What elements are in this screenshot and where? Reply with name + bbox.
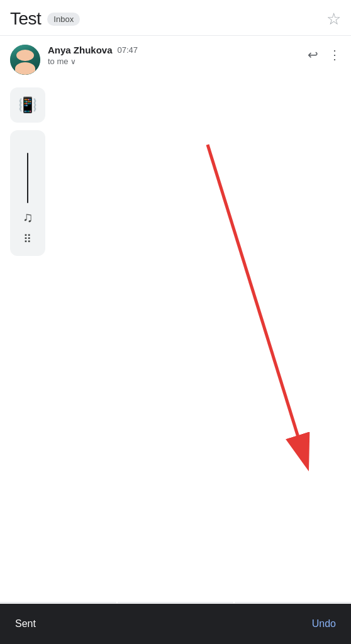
reply-icon[interactable]: ↩: [308, 47, 318, 62]
email-content: 📳 ♫ ⠿: [0, 82, 351, 261]
music-note-icon: ♫: [23, 209, 33, 226]
more-dots-icon: ⠿: [23, 232, 32, 246]
waveform-line: [27, 153, 28, 203]
vibrate-icon: 📳: [18, 96, 37, 114]
email-header: Anya Zhukova 07:47 to me ∨ ↩ ⋮: [0, 36, 351, 82]
header-left: Test Inbox: [10, 9, 80, 29]
star-icon[interactable]: ☆: [326, 9, 341, 29]
vibrate-attachment[interactable]: 📳: [10, 87, 45, 123]
undo-button[interactable]: Undo: [312, 618, 336, 630]
inbox-badge[interactable]: Inbox: [47, 13, 80, 26]
bottom-tabs: [0, 602, 351, 603]
to-label: to me: [48, 57, 69, 66]
tab-indicator-3: [235, 602, 351, 603]
avatar: [10, 45, 40, 75]
chevron-down-icon: ∨: [70, 57, 76, 66]
email-time: 07:47: [118, 45, 138, 55]
tab-indicator-2: [118, 602, 234, 603]
sender-name-row: Anya Zhukova 07:47: [48, 45, 300, 55]
sender-name: Anya Zhukova: [48, 45, 113, 55]
sent-label: Sent: [15, 618, 36, 630]
app-header: Test Inbox ☆: [0, 0, 351, 35]
sender-info: Anya Zhukova 07:47 to me ∨: [48, 45, 300, 66]
bottom-snackbar: Sent Undo: [0, 604, 351, 644]
page-title: Test: [10, 9, 41, 29]
recipient-row[interactable]: to me ∨: [48, 57, 300, 66]
more-options-icon[interactable]: ⋮: [328, 47, 341, 62]
audio-attachment[interactable]: ♫ ⠿: [10, 130, 45, 256]
action-icons: ↩ ⋮: [308, 45, 341, 62]
tab-indicator-1: [0, 602, 116, 603]
avatar-image: [10, 45, 40, 75]
